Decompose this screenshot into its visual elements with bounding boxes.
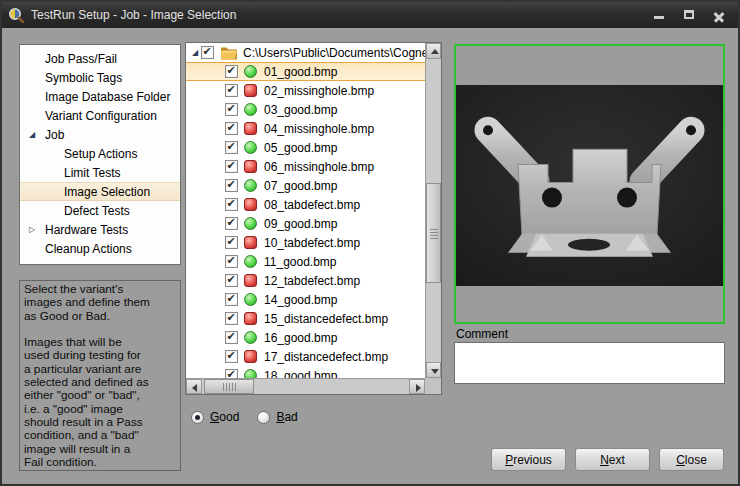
item-checkbox[interactable] bbox=[225, 312, 238, 325]
vertical-scroll-thumb[interactable] bbox=[426, 183, 441, 283]
item-checkbox[interactable] bbox=[225, 179, 238, 192]
image-filename: 04_missinghole.bmp bbox=[264, 122, 374, 136]
image-filename: 10_tabdefect.bmp bbox=[264, 236, 360, 250]
image-list-item[interactable]: 01_good.bmp bbox=[186, 62, 425, 81]
image-list-item[interactable]: 08_tabdefect.bmp bbox=[186, 195, 425, 214]
status-ball-icon bbox=[244, 369, 257, 378]
image-filename: 05_good.bmp bbox=[264, 141, 337, 155]
title-bar[interactable]: TestRun Setup - Job - Image Selection bbox=[2, 2, 738, 28]
next-button[interactable]: Next bbox=[575, 448, 650, 471]
image-filename: 03_good.bmp bbox=[264, 103, 337, 117]
wizard-nav-tree: Job Pass/Fail Symbolic Tags Image Databa… bbox=[19, 44, 181, 265]
nav-tree-item[interactable]: Job Pass/Fail bbox=[20, 49, 180, 68]
folder-icon bbox=[220, 46, 238, 60]
image-list-item[interactable]: 07_good.bmp bbox=[186, 176, 425, 195]
item-checkbox[interactable] bbox=[225, 103, 238, 116]
image-list-item[interactable]: 04_missinghole.bmp bbox=[186, 119, 425, 138]
status-ball-icon bbox=[244, 141, 257, 154]
image-list-item[interactable]: 17_distancedefect.bmp bbox=[186, 347, 425, 366]
step-description: Select the variant's images and define t… bbox=[19, 280, 181, 471]
item-checkbox[interactable] bbox=[225, 198, 238, 211]
status-ball-icon bbox=[244, 274, 257, 287]
image-list-item[interactable]: 15_distancedefect.bmp bbox=[186, 309, 425, 328]
tree-expander-icon[interactable] bbox=[26, 225, 38, 234]
status-ball-icon bbox=[244, 84, 257, 97]
image-list-item[interactable]: 14_good.bmp bbox=[186, 290, 425, 309]
radio-bad-label: Bad bbox=[276, 410, 297, 424]
close-dialog-button[interactable]: Close bbox=[659, 448, 724, 471]
comment-input[interactable] bbox=[454, 342, 725, 384]
maximize-button[interactable] bbox=[676, 5, 702, 24]
nav-tree-item[interactable]: Setup Actions bbox=[20, 144, 180, 163]
horizontal-scrollbar[interactable] bbox=[186, 378, 425, 394]
status-ball-icon bbox=[244, 236, 257, 249]
item-checkbox[interactable] bbox=[225, 160, 238, 173]
status-ball-icon bbox=[244, 217, 257, 230]
app-magnifier-icon bbox=[8, 7, 24, 23]
nav-tree-item[interactable]: Cleanup Actions bbox=[20, 239, 180, 258]
tree-expander-icon[interactable] bbox=[189, 48, 201, 57]
nav-tree-item[interactable]: Hardware Tests bbox=[20, 220, 180, 239]
previous-button[interactable]: Previous bbox=[491, 448, 566, 471]
item-checkbox[interactable] bbox=[225, 274, 238, 287]
image-list-item[interactable]: 11_good.bmp bbox=[186, 252, 425, 271]
scroll-right-button[interactable] bbox=[409, 379, 425, 394]
image-filename: 09_good.bmp bbox=[264, 217, 337, 231]
status-ball-icon bbox=[244, 350, 257, 363]
scroll-left-button[interactable] bbox=[186, 379, 202, 394]
minimize-button[interactable] bbox=[646, 5, 672, 24]
item-checkbox[interactable] bbox=[225, 236, 238, 249]
image-list-item[interactable]: 16_good.bmp bbox=[186, 328, 425, 347]
image-list-item[interactable]: 06_missinghole.bmp bbox=[186, 157, 425, 176]
nav-tree-item[interactable]: Defect Tests bbox=[20, 201, 180, 220]
nav-tree-item[interactable]: Variant Configuration bbox=[20, 106, 180, 125]
scroll-down-button[interactable] bbox=[426, 362, 441, 378]
nav-tree-item[interactable]: Image Selection bbox=[20, 182, 180, 201]
bracket-part-photo bbox=[456, 85, 723, 286]
item-checkbox[interactable] bbox=[225, 141, 238, 154]
nav-tree-item[interactable]: Limit Tests bbox=[20, 163, 180, 182]
dialog-window: TestRun Setup - Job - Image Selection Jo… bbox=[0, 0, 740, 486]
item-checkbox[interactable] bbox=[225, 122, 238, 135]
nav-tree-item[interactable]: Image Database Folder bbox=[20, 87, 180, 106]
image-filename: 14_good.bmp bbox=[264, 293, 337, 307]
radio-bad-circle[interactable] bbox=[257, 411, 270, 424]
image-filename: 15_distancedefect.bmp bbox=[264, 312, 388, 326]
vertical-scrollbar[interactable] bbox=[425, 43, 441, 378]
item-checkbox[interactable] bbox=[225, 255, 238, 268]
image-list-item[interactable]: 10_tabdefect.bmp bbox=[186, 233, 425, 252]
item-checkbox[interactable] bbox=[225, 350, 238, 363]
image-list-item[interactable]: 05_good.bmp bbox=[186, 138, 425, 157]
image-list-item[interactable]: 12_tabdefect.bmp bbox=[186, 271, 425, 290]
status-ball-icon bbox=[244, 103, 257, 116]
status-ball-icon bbox=[244, 293, 257, 306]
item-checkbox[interactable] bbox=[225, 84, 238, 97]
item-checkbox[interactable] bbox=[225, 217, 238, 230]
radio-good-circle[interactable] bbox=[191, 411, 204, 424]
folder-root-row[interactable]: C:\Users\Public\Documents\Cogne... bbox=[186, 43, 425, 62]
folder-checkbox[interactable] bbox=[201, 46, 214, 59]
nav-tree-item[interactable]: Symbolic Tags bbox=[20, 68, 180, 87]
item-checkbox[interactable] bbox=[225, 331, 238, 344]
radio-good[interactable]: Good bbox=[191, 410, 239, 424]
down-arrow-icon bbox=[431, 369, 439, 374]
image-filename: 07_good.bmp bbox=[264, 179, 337, 193]
right-arrow-icon bbox=[416, 384, 421, 392]
radio-bad[interactable]: Bad bbox=[257, 410, 297, 424]
item-checkbox[interactable] bbox=[225, 369, 238, 378]
image-filename: 11_good.bmp bbox=[264, 255, 337, 269]
status-ball-icon bbox=[244, 312, 257, 325]
tree-expander-icon[interactable] bbox=[26, 130, 38, 139]
item-checkbox[interactable] bbox=[225, 65, 238, 78]
close-button[interactable] bbox=[706, 5, 732, 24]
image-list-item[interactable]: 02_missinghole.bmp bbox=[186, 81, 425, 100]
image-list-item[interactable]: 03_good.bmp bbox=[186, 100, 425, 119]
horizontal-scroll-thumb[interactable] bbox=[204, 379, 254, 394]
image-filename: 01_good.bmp bbox=[264, 65, 337, 79]
status-ball-icon bbox=[244, 331, 257, 344]
scroll-up-button[interactable] bbox=[426, 43, 441, 59]
nav-tree-item[interactable]: Job bbox=[20, 125, 180, 144]
image-list-item[interactable]: 18_good.bmp bbox=[186, 366, 425, 378]
item-checkbox[interactable] bbox=[225, 293, 238, 306]
image-list-item[interactable]: 09_good.bmp bbox=[186, 214, 425, 233]
